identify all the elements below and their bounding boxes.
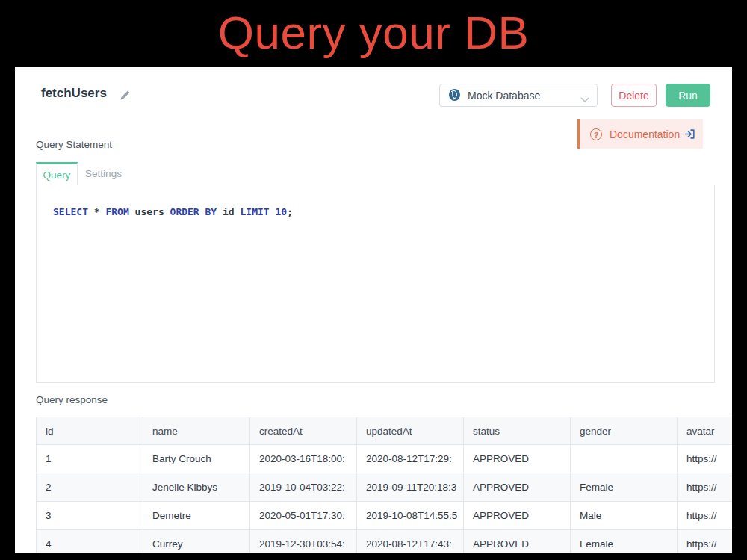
tab-settings[interactable]: Settings	[78, 162, 129, 185]
sql-code-line: SELECT * FROM users ORDER BY id LIMIT 10…	[37, 185, 714, 217]
table-cell	[571, 445, 678, 473]
table-cell: https://	[678, 502, 733, 530]
sql-token: ORDER BY	[170, 206, 223, 217]
query-response-table: idnamecreatedAtupdatedAtstatusgenderavat…	[36, 417, 732, 553]
table-cell: Female	[571, 473, 678, 502]
postgresql-icon	[447, 88, 462, 102]
sql-token: LIMIT	[241, 206, 276, 217]
sql-token: users	[135, 206, 170, 217]
table-cell: 2019-09-11T20:18:3	[357, 473, 464, 502]
documentation-banner[interactable]: ? Documentation	[577, 119, 703, 149]
external-link-icon	[684, 128, 695, 140]
sql-token: SELECT	[53, 206, 94, 217]
column-header-status: status	[464, 417, 571, 445]
table-cell: Male	[571, 502, 678, 530]
sql-token: FROM	[105, 206, 134, 217]
column-header-name: name	[143, 417, 250, 445]
table-cell: https://	[678, 445, 733, 473]
run-button[interactable]: Run	[666, 84, 710, 107]
sql-token: ;	[287, 206, 293, 217]
table-cell: https://	[678, 473, 733, 502]
chevron-down-icon	[580, 93, 589, 99]
documentation-label: Documentation	[610, 128, 680, 140]
query-editor-panel: fetchUsers Mock Database	[15, 67, 732, 553]
table-cell: 2020-08-12T17:29:	[357, 445, 464, 473]
table-cell: Demetre	[143, 502, 250, 530]
table-cell: APPROVED	[464, 502, 571, 530]
page: Query your DB fetchUsers Mock Database	[0, 0, 747, 560]
database-select-value: Mock Database	[468, 90, 580, 102]
column-header-gender: gender	[571, 417, 678, 445]
table-cell: APPROVED	[464, 530, 571, 553]
table-cell: APPROVED	[464, 445, 571, 473]
query-name: fetchUsers	[41, 86, 107, 101]
column-header-createdAt: createdAt	[250, 417, 357, 445]
delete-button[interactable]: Delete	[611, 84, 657, 107]
table-cell: APPROVED	[464, 473, 571, 502]
table-header-row: idnamecreatedAtupdatedAtstatusgenderavat…	[37, 417, 733, 445]
tabs: Query Settings	[36, 162, 715, 186]
table-cell: 4	[37, 530, 143, 553]
query-statement-label: Query Statement	[36, 139, 112, 150]
table-cell: 2020-08-12T17:43:	[357, 530, 464, 553]
sql-token: *	[94, 206, 106, 217]
table-cell: Barty Crouch	[143, 445, 250, 473]
table-cell: Currey	[143, 530, 250, 553]
table-cell: 2019-10-04T03:22:	[250, 473, 357, 502]
column-header-avatar: avatar	[678, 417, 733, 445]
table-row: 2Jenelle Kibbys2019-10-04T03:22:2019-09-…	[37, 473, 733, 502]
sql-editor[interactable]: SELECT * FROM users ORDER BY id LIMIT 10…	[36, 185, 715, 383]
question-circle-icon: ?	[590, 128, 602, 140]
page-title: Query your DB	[0, 0, 747, 66]
table-cell: https://	[678, 530, 733, 553]
query-response-label: Query response	[36, 394, 108, 405]
table-row: 1Barty Crouch2020-03-16T18:00:2020-08-12…	[37, 445, 733, 473]
column-header-updatedAt: updatedAt	[357, 417, 464, 445]
table-row: 3Demetre2020-05-01T17:30:2019-10-08T14:5…	[37, 502, 733, 530]
table-cell: 2019-10-08T14:55:5	[357, 502, 464, 530]
column-header-id: id	[37, 417, 143, 445]
sql-token: 10	[275, 206, 287, 217]
edit-pencil-icon[interactable]	[119, 90, 131, 102]
table-cell: 3	[37, 502, 143, 530]
table-row: 4Currey2019-12-30T03:54:2020-08-12T17:43…	[37, 530, 733, 553]
database-select[interactable]: Mock Database	[439, 84, 598, 107]
table-cell: 2020-03-16T18:00:	[250, 445, 357, 473]
table-cell: 1	[37, 445, 143, 473]
table-cell: Female	[571, 530, 678, 553]
table-cell: 2020-05-01T17:30:	[250, 502, 357, 530]
table-cell: 2019-12-30T03:54:	[250, 530, 357, 553]
table-cell: 2	[37, 473, 143, 502]
sql-token: id	[223, 206, 240, 217]
table-cell: Jenelle Kibbys	[143, 473, 250, 502]
tab-query[interactable]: Query	[36, 162, 78, 185]
